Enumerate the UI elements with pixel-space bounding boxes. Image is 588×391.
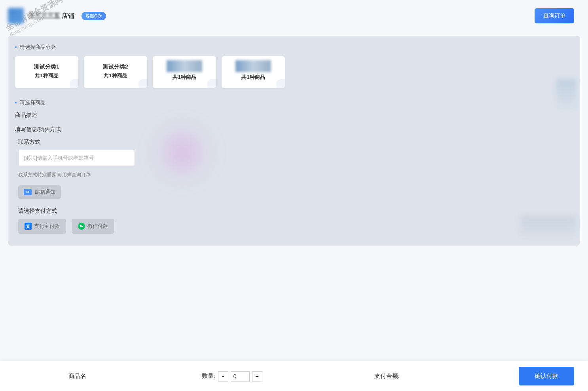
shop-title-blurred: 三三三三五 <box>28 12 60 20</box>
wechat-button[interactable]: 微信付款 <box>72 219 114 234</box>
product-description-label: 商品描述 <box>15 112 573 119</box>
qq-service-badge[interactable]: 客服QQ: <box>82 12 106 20</box>
header-left: 三三三三五 店铺 客服QQ: <box>8 8 106 24</box>
category-count: 共1种商品 <box>226 74 281 81</box>
decorative-blur-right <box>556 79 576 111</box>
contact-input[interactable] <box>18 150 135 166</box>
wechat-label: 微信付款 <box>87 223 108 230</box>
quantity-label: 数量: <box>202 372 215 380</box>
shop-logo <box>8 8 24 24</box>
quantity-decrease-button[interactable]: - <box>218 371 228 381</box>
checkout-footer: 商品名 数量: - + 支付金额: 确认付款 <box>0 361 588 391</box>
payment-options: 支 支付宝付款 微信付款 <box>18 219 573 234</box>
email-notify-label: 邮箱通知 <box>35 189 55 196</box>
contact-hint: 联系方式特别重要,可用来查询订单 <box>18 172 573 178</box>
alipay-label: 支付宝付款 <box>34 223 60 230</box>
card-corner-icon <box>70 79 78 88</box>
email-notify-toggle[interactable]: ✉ 邮箱通知 <box>18 185 61 199</box>
wechat-icon <box>78 223 85 230</box>
select-payment-label: 请选择支付方式 <box>18 208 573 215</box>
contact-label: 联系方式 <box>18 139 573 146</box>
quantity-input[interactable] <box>231 371 250 381</box>
card-corner-icon <box>138 79 147 88</box>
card-corner-icon <box>207 79 216 88</box>
category-count: 共1种商品 <box>157 74 212 81</box>
alipay-button[interactable]: 支 支付宝付款 <box>18 219 66 234</box>
svg-point-0 <box>80 225 82 227</box>
main-panel: 请选择商品分类 测试分类1 共1种商品 测试分类2 共1种商品 共1种商品 共1… <box>8 36 580 246</box>
category-title: 测试分类2 <box>88 63 143 71</box>
category-card-1[interactable]: 测试分类1 共1种商品 <box>15 56 78 88</box>
alipay-icon: 支 <box>25 223 32 230</box>
category-title: 测试分类1 <box>19 63 74 71</box>
footer-quantity: 数量: - + <box>155 371 309 381</box>
category-card-4[interactable]: 共1种商品 <box>222 56 285 88</box>
category-card-2[interactable]: 测试分类2 共1种商品 <box>84 56 147 88</box>
svg-point-1 <box>82 226 83 227</box>
confirm-payment-button[interactable]: 确认付款 <box>519 367 574 385</box>
category-count: 共1种商品 <box>88 72 143 79</box>
query-order-button[interactable]: 查询订单 <box>535 8 574 23</box>
footer-confirm-wrap: 确认付款 <box>464 367 588 385</box>
fill-info-title: 填写信息/购买方式 <box>15 126 573 133</box>
category-list: 测试分类1 共1种商品 测试分类2 共1种商品 共1种商品 共1种商品 <box>15 56 573 88</box>
email-icon: ✉ <box>24 189 32 195</box>
category-card-3[interactable]: 共1种商品 <box>153 56 216 88</box>
category-count: 共1种商品 <box>19 72 74 79</box>
card-corner-icon <box>276 79 285 88</box>
shop-title: 店铺 <box>62 12 74 20</box>
footer-amount: 支付金额: <box>309 372 464 380</box>
section-select-category: 请选择商品分类 <box>15 44 573 51</box>
footer-product-name: 商品名 <box>0 372 155 380</box>
app-header: 三三三三五 店铺 客服QQ: 查询订单 <box>0 0 588 32</box>
category-thumb-blurred <box>235 60 271 72</box>
decorative-blur-bottom <box>521 216 576 236</box>
quantity-increase-button[interactable]: + <box>252 371 262 381</box>
section-select-product: 请选择商品 <box>15 99 573 106</box>
category-thumb-blurred <box>167 60 202 72</box>
